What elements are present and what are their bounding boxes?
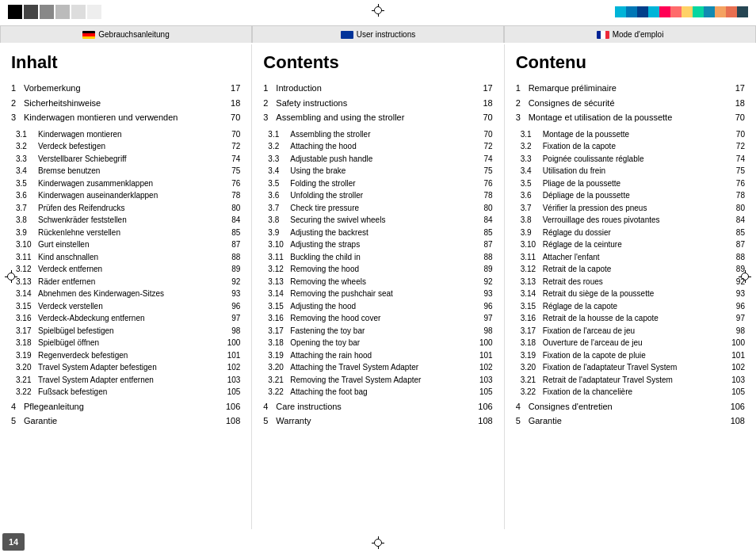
- list-item: 3.9Réglage du dossier85: [516, 227, 745, 238]
- tab-de-label: Gebrauchsanleitung: [98, 30, 170, 39]
- list-item: 3.3Adjustable push handle74: [263, 154, 492, 165]
- list-item: 3.20Travel System Adapter befestigen102: [11, 362, 240, 373]
- color-lighter: [87, 5, 101, 19]
- list-item: 1 Introduction 17: [263, 82, 492, 94]
- list-item: 3.5Folding the stroller76: [263, 178, 492, 189]
- list-item: 5 Garantie 108: [11, 415, 240, 427]
- color-black: [8, 5, 22, 19]
- list-item: 3.14Removing the pushchair seat93: [263, 288, 492, 299]
- list-item: 3.21Removing the Travel System Adapter10…: [263, 375, 492, 386]
- list-item: 3.19Fixation de la capote de pluie101: [516, 350, 745, 361]
- tab-en[interactable]: User instructions: [252, 25, 504, 43]
- list-item: 4 Pflegeanleitung 106: [11, 401, 240, 413]
- list-item: 3.6Dépliage de la poussette78: [516, 190, 745, 201]
- list-item: 3.19Attaching the rain hood101: [263, 350, 492, 361]
- tab-fr[interactable]: Mode d'emploi: [504, 25, 756, 43]
- list-item: 3.22Attaching the foot bag105: [263, 387, 492, 398]
- main-content: Inhalt 1 Vorbemerkung 17 2 Sicherheitshi…: [0, 44, 756, 529]
- list-item: 3.21Travel System Adapter entfernen103: [11, 375, 240, 386]
- marks-right: [615, 6, 748, 17]
- list-item: 3.6Kinderwagen auseinanderklappen78: [11, 190, 240, 201]
- list-item: 3.2Fixation de la capote72: [516, 141, 745, 152]
- list-item: 3.3Poignée coulissante réglable74: [516, 154, 745, 165]
- page-number: 14: [2, 533, 25, 551]
- header-tabs: Gebrauchsanleitung User instructions Mod…: [0, 25, 756, 43]
- column-en: Contents 1 Introduction 17 2 Safety inst…: [252, 44, 504, 529]
- list-item: 2 Consignes de sécurité 18: [516, 97, 745, 109]
- list-item: 1 Remarque préliminaire 17: [516, 82, 745, 94]
- list-item: 3.18Ouverture de l'arceau de jeu100: [516, 338, 745, 349]
- list-item: 3.11Attacher l'enfant88: [516, 252, 745, 263]
- list-item: 3.17Spielbügel befestigen98: [11, 326, 240, 337]
- list-item: 3.12Removing the hood89: [263, 264, 492, 275]
- tab-fr-label: Mode d'emploi: [613, 30, 664, 39]
- list-item: 3.15Réglage de la capote96: [516, 301, 745, 312]
- list-item: 3.20Fixation de l'adaptateur Travel Syst…: [516, 362, 745, 373]
- toc-fr-main: 1 Remarque préliminaire 17 2 Consignes d…: [516, 82, 745, 124]
- top-center-crosshair: [372, 4, 384, 17]
- list-item: 3.4Utilisation du frein75: [516, 166, 745, 177]
- list-item: 3.13Retrait des roues92: [516, 276, 745, 288]
- list-item: 3.2Attaching the hood72: [263, 141, 492, 152]
- list-item: 3.4Using the brake75: [263, 166, 492, 177]
- list-item: 3.8Verrouillage des roues pivotantes84: [516, 215, 745, 226]
- list-item: 3.6Unfolding the stroller78: [263, 190, 492, 201]
- color-light: [71, 5, 86, 19]
- list-item: 3.17Fixation de l'arceau de jeu98: [516, 326, 745, 337]
- col-de-title: Inhalt: [11, 52, 240, 73]
- list-item: 3.11Buckling the child in88: [263, 252, 492, 263]
- list-item: 3.5Pliage de la poussette76: [516, 178, 745, 189]
- toc-en-main: 1 Introduction 17 2 Safety instructions …: [263, 82, 492, 124]
- bottom-bar: 14: [0, 531, 756, 553]
- en-flag-icon: [341, 31, 353, 39]
- color-gray: [55, 5, 70, 19]
- fr-flag-icon: [597, 31, 609, 39]
- list-item: 3.4Bremse benutzen75: [11, 166, 240, 177]
- list-item: 5 Warranty 108: [263, 415, 492, 427]
- list-item: 3.7Prüfen des Reifendrucks80: [11, 203, 240, 214]
- list-item: 3.18Opening the toy bar100: [263, 338, 492, 349]
- marks-left: [8, 5, 101, 19]
- col-fr-title: Contenu: [516, 52, 745, 73]
- list-item: 3.10Adjusting the straps87: [263, 239, 492, 250]
- list-item: 5 Garantie 108: [516, 415, 745, 427]
- list-item: 3.19Regenverdeck befestigen101: [11, 350, 240, 361]
- bottom-center-crosshair: [372, 536, 384, 549]
- toc-de-main: 1 Vorbemerkung 17 2 Sicherheitshinweise …: [11, 82, 240, 124]
- list-item: 3.2Verdeck befestigen72: [11, 141, 240, 152]
- list-item: 3 Montage et utilisation de la poussette…: [516, 112, 745, 124]
- list-item: 3.21Retrait de l'adaptateur Travel Syste…: [516, 375, 745, 386]
- list-item: 3.8Securing the swivel wheels84: [263, 215, 492, 226]
- list-item: 3.1Assembling the stroller70: [263, 129, 492, 140]
- column-de: Inhalt 1 Vorbemerkung 17 2 Sicherheitshi…: [0, 44, 252, 529]
- list-item: 3.10Réglage de la ceinture87: [516, 239, 745, 250]
- top-marks: [0, 0, 756, 24]
- list-item: 3 Kinderwagen montieren und verwenden 70: [11, 112, 240, 124]
- list-item: 3.16Removing the hood cover97: [263, 313, 492, 324]
- list-item: 3.13Removing the wheels92: [263, 276, 492, 288]
- list-item: 3.11Kind anschnallen88: [11, 252, 240, 263]
- list-item: 3.9Adjusting the backrest85: [263, 227, 492, 238]
- list-item: 3.12Retrait de la capote89: [516, 264, 745, 275]
- list-item: 3.16Retrait de la housse de la capote97: [516, 313, 745, 324]
- color-dark2: [40, 5, 54, 19]
- list-item: 3.14Abnehmen des Kinderwagen-Sitzes93: [11, 288, 240, 299]
- tab-en-label: User instructions: [357, 30, 415, 39]
- list-item: 3.14Retrait du siège de la poussette93: [516, 288, 745, 299]
- list-item: 3.8Schwenkräder feststellen84: [11, 215, 240, 226]
- tab-de[interactable]: Gebrauchsanleitung: [0, 25, 252, 43]
- list-item: 3.13Räder entfernen92: [11, 276, 240, 288]
- list-item: 3.3Verstellbarer Schiebegriff74: [11, 154, 240, 165]
- list-item: 3.22Fußsack befestigen105: [11, 387, 240, 398]
- list-item: 1 Vorbemerkung 17: [11, 82, 240, 94]
- col-en-title: Contents: [263, 52, 492, 73]
- list-item: 2 Sicherheitshinweise 18: [11, 97, 240, 109]
- list-item: 3.1Kinderwagen montieren70: [11, 129, 240, 140]
- list-item: 4 Consignes d'entretien 106: [516, 401, 745, 413]
- list-item: 3.20Attaching the Travel System Adapter1…: [263, 362, 492, 373]
- de-flag-icon: [82, 31, 95, 39]
- list-item: 2 Safety instructions 18: [263, 97, 492, 109]
- column-fr: Contenu 1 Remarque préliminaire 17 2 Con…: [505, 44, 756, 529]
- list-item: 4 Care instructions 106: [263, 401, 492, 413]
- list-item: 3.15Adjusting the hood96: [263, 301, 492, 312]
